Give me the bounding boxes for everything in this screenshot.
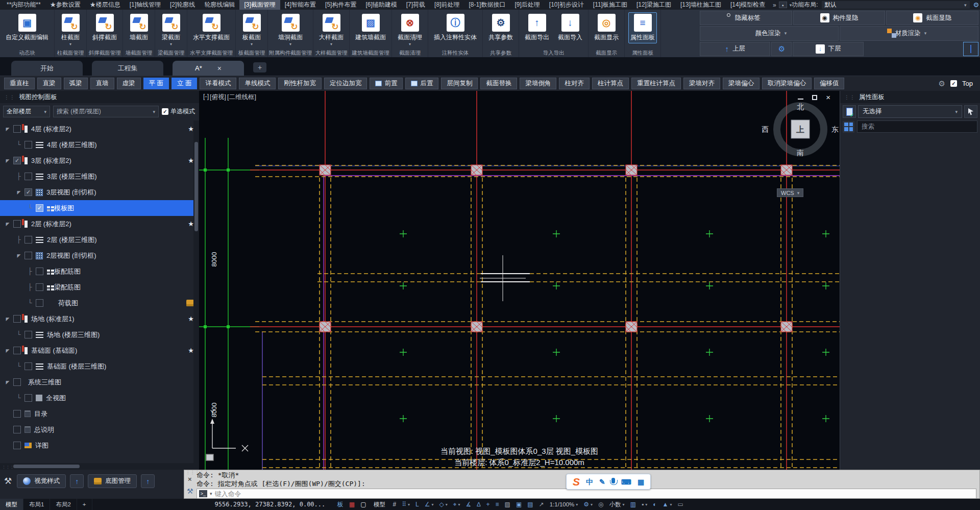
tree-row[interactable]: ├3层 (楼层三维图)	[0, 168, 199, 184]
viewport-style-control[interactable]: [二维线框]	[227, 93, 256, 102]
tree-row-checkbox[interactable]	[24, 173, 32, 180]
toolbar-button[interactable]: 层间复制	[441, 78, 478, 89]
ribbon-button[interactable]: ↻梁截面▾	[159, 12, 183, 47]
object-snap-icon[interactable]: ⌖▾	[450, 499, 463, 510]
tree-expander-icon[interactable]: ◤	[3, 380, 12, 385]
tree-row[interactable]: └全视图	[0, 390, 199, 406]
single-select-checkbox[interactable]: ✓	[162, 108, 168, 115]
tree-row-checkbox[interactable]	[13, 442, 21, 449]
tree-row-checkbox[interactable]	[13, 315, 21, 323]
menu-item[interactable]: [7]荷载	[402, 0, 430, 10]
tree-row[interactable]: ◤系统三维图	[0, 374, 199, 390]
single-select-toggle[interactable]: ✓ 单选模式	[162, 107, 196, 116]
dynamic-ucs-icon[interactable]: ∆	[474, 499, 483, 510]
toolbar-button[interactable]: 梁墙对齐	[683, 78, 720, 89]
view-search-combo[interactable]: 搜索 (楼层/视图) ▾	[53, 106, 159, 117]
panel-grip-icon[interactable]: ⋮⋮	[4, 94, 15, 100]
visual-style-expand-button[interactable]: ↑	[70, 474, 84, 488]
tree-row-checkbox[interactable]	[36, 268, 43, 275]
lock-ui-icon[interactable]: ▪▾	[639, 499, 650, 510]
units-button[interactable]: 小数▾	[606, 499, 627, 510]
property-panel-mini-icon[interactable]	[963, 42, 978, 56]
tools-icon[interactable]: ⚒	[4, 476, 12, 487]
ribbon-button[interactable]: ↻墙洞截面▾	[276, 12, 305, 47]
ribbon-button[interactable]: ⓘ插入注释性实体	[432, 12, 479, 43]
document-tab[interactable]: 开始	[11, 61, 83, 76]
menu-item[interactable]: [1]轴线管理	[125, 0, 165, 10]
menu-overflow-icon[interactable]: »	[773, 2, 776, 9]
toolbar-button[interactable]: 单线模式	[239, 78, 276, 89]
ribbon-button[interactable]: ⚙共享参数	[486, 12, 515, 43]
toolbar-button[interactable]: 偏移值	[814, 78, 845, 89]
tree-expander-icon[interactable]: ◤	[14, 190, 23, 195]
transparency-icon[interactable]: ▨	[502, 499, 513, 510]
selection-filter-icon[interactable]	[843, 105, 856, 118]
tree-row[interactable]: └✓模板图	[0, 200, 199, 216]
menu-item[interactable]: [6]辅助建模	[361, 0, 401, 10]
tree-row[interactable]: ├板配筋图	[0, 263, 199, 279]
tree-row-checkbox[interactable]	[13, 426, 21, 433]
clean-screen-icon[interactable]: ▭	[675, 499, 686, 510]
lineweight-icon[interactable]: ≡	[493, 499, 502, 510]
menu-item[interactable]: [8-1]数据接口	[464, 0, 510, 10]
tree-expander-icon[interactable]: ◤	[3, 348, 12, 353]
command-customize-icon[interactable]: ⚒	[187, 488, 193, 495]
selection-cycling-icon[interactable]: ▣	[513, 499, 524, 510]
tree-row-checkbox[interactable]	[13, 125, 21, 133]
grid-display-icon[interactable]: #	[390, 499, 399, 510]
toolbar-button[interactable]: 直梁	[37, 78, 61, 89]
command-close-icon[interactable]: ×	[188, 476, 192, 482]
ribbon-button[interactable]: ▣自定义截面编辑	[4, 12, 51, 43]
dynamic-input-icon[interactable]: +	[483, 499, 493, 510]
layout-tab[interactable]: 布局1	[23, 499, 50, 510]
drawing-viewport[interactable]: [-] [俯视] [二维线框] × WCS ▾	[199, 91, 840, 470]
new-tab-button[interactable]: +	[253, 62, 266, 72]
annotation-scale-button[interactable]: 1:1/100%▾	[547, 499, 581, 510]
tree-horizontal-scrollbar[interactable]: ⋮⋮⋮	[0, 463, 199, 470]
tree-row[interactable]: ◤2层 (标准层2)★	[0, 216, 199, 232]
isolate-objects-icon[interactable]: ◐	[650, 499, 659, 510]
tree-row[interactable]: └4层 (楼层三维图)	[0, 137, 199, 153]
sogou-logo-icon[interactable]: S	[573, 476, 580, 487]
tree-vertical-scrollbar[interactable]	[193, 120, 199, 463]
tree-row-checkbox[interactable]: ✓	[36, 204, 43, 212]
panel-grip-icon[interactable]: ⋮⋮	[844, 94, 855, 100]
viewport-view-control[interactable]: [俯视]	[210, 93, 226, 102]
ime-mic-icon[interactable]	[611, 478, 615, 483]
tree-row-checkbox[interactable]	[24, 331, 32, 338]
ribbon-button[interactable]: ↻大样截面▾	[317, 12, 346, 47]
properties-panel-titlebar[interactable]: ⋮⋮ 属性面板	[840, 91, 980, 103]
ribbon-tool-button[interactable]: 隐藏标签	[700, 11, 792, 25]
tab-close-icon[interactable]: ×	[217, 65, 222, 72]
tree-row-checkbox[interactable]	[13, 378, 21, 386]
chevron-down-icon[interactable]: ▾	[210, 491, 212, 496]
tree-row-checkbox[interactable]	[36, 299, 43, 307]
ribbon-button[interactable]: ▨建筑墙截面	[353, 12, 388, 43]
menu-item[interactable]: [8]前处理	[430, 0, 464, 10]
toolbar-button[interactable]: 虚梁	[117, 78, 141, 89]
menu-item[interactable]: [13]墙柱施工图	[676, 0, 726, 10]
tree-expander-icon[interactable]: ◤	[3, 158, 12, 163]
toolbar-button[interactable]: 平 面	[143, 78, 169, 89]
tree-row[interactable]: 详图	[0, 438, 199, 453]
tree-row[interactable]: ◤✓3层 (标准层2)★	[0, 153, 199, 168]
ribbon-button[interactable]: ↻斜撑截面	[90, 12, 119, 43]
hatch-toggle-icon[interactable]: ▦	[346, 499, 357, 510]
menu-item[interactable]: [14]模型检查	[726, 0, 770, 10]
tree-row-checkbox[interactable]	[24, 141, 32, 149]
menu-item[interactable]: [9]后处理	[510, 0, 544, 10]
ribbon-button[interactable]: ↻柱截面▾	[58, 12, 83, 47]
ribbon-button[interactable]: ↻水平支撑截面	[191, 12, 232, 43]
tree-row[interactable]: ◤基础面 (基础面)★	[0, 343, 199, 358]
ime-pen-icon[interactable]: ✎	[599, 478, 605, 485]
pick-cursor-icon[interactable]	[964, 105, 977, 118]
annotation-autoscale-icon[interactable]: ↗	[536, 499, 547, 510]
cad-drawing[interactable]: 8000 8000 Y	[199, 91, 840, 470]
layout-gear-icon[interactable]: ⚙	[973, 1, 979, 9]
restore-icon[interactable]	[812, 95, 817, 100]
base-map-expand-button[interactable]: ↑	[141, 474, 155, 488]
layout-tab[interactable]: +	[77, 499, 92, 510]
graphics-performance-icon[interactable]: ▲▾	[659, 499, 675, 510]
tree-row[interactable]: └场地 (楼层三维图)	[0, 327, 199, 343]
workspace-gear-icon[interactable]: ⚙▾	[581, 499, 596, 510]
